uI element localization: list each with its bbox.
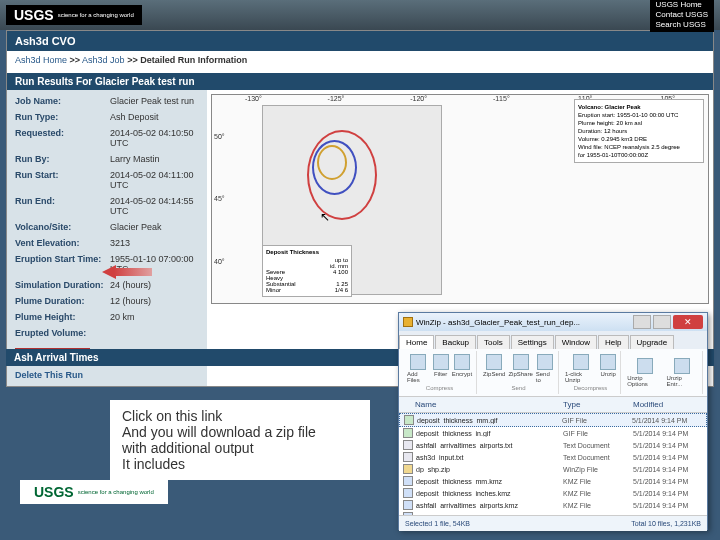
callout-arrow: [102, 265, 152, 279]
maximize-button[interactable]: [653, 315, 671, 329]
file-icon: [403, 488, 413, 498]
status-total: Total 10 files, 1,231KB: [631, 520, 701, 527]
winzip-titlebar[interactable]: WinZip - ash3d_Glacier_Peak_test_run_dep…: [399, 313, 707, 331]
tool-encrypt[interactable]: Encrypt: [452, 354, 472, 383]
link-search-usgs[interactable]: Search USGS: [656, 20, 708, 30]
detail-row: Vent Elevation:3213: [15, 238, 199, 248]
usgs-footer-logo: USGS science for a changing world: [20, 480, 168, 504]
file-icon: [403, 500, 413, 510]
map-legend: Deposit Thickness up to id. mm Severe4 1…: [262, 245, 352, 297]
detail-row: Run Type:Ash Deposit: [15, 112, 199, 122]
file-icon: [403, 452, 413, 462]
col-modified[interactable]: Modified: [633, 400, 703, 409]
tool-unzip-entr-[interactable]: Unzip Entr...: [666, 358, 698, 387]
app-header: USGS science for a changing world USGS H…: [0, 0, 720, 30]
tool-zipshare[interactable]: ZipShare: [508, 354, 532, 383]
close-button[interactable]: ✕: [673, 315, 703, 329]
detail-row: Volcano/Site:Glacier Peak: [15, 222, 199, 232]
winzip-toolbar: Add FilesFilterEncrypt Compress ZipSendZ…: [399, 349, 707, 397]
tab-home[interactable]: Home: [399, 335, 434, 349]
contour-substantial: [317, 145, 347, 180]
file-row[interactable]: deposit_thickness_in.gifGIF File5/1/2014…: [399, 427, 707, 439]
tab-upgrade[interactable]: Upgrade: [630, 335, 675, 349]
tab-window[interactable]: Window: [555, 335, 597, 349]
detail-row: Run Start:2014-05-02 04:11:00 UTC: [15, 170, 199, 190]
detail-row: Plume Duration:12 (hours): [15, 296, 199, 306]
map-lat-axis: 50°45°40°: [214, 105, 225, 293]
header-links: USGS Home Contact USGS Search USGS: [650, 0, 714, 32]
tab-tools[interactable]: Tools: [477, 335, 510, 349]
tool--click-unzip[interactable]: 1-click Unzip: [565, 354, 597, 383]
winzip-statusbar: Selected 1 file, 54KB Total 10 files, 1,…: [399, 515, 707, 531]
file-icon: [404, 415, 414, 425]
deposit-map[interactable]: -130°-125°-120°-115°-110°-105° 50°45°40°…: [211, 94, 709, 304]
file-row[interactable]: ash_arrivaltimes_airports.kmzKMZ File5/1…: [399, 511, 707, 515]
tool-send-to[interactable]: Send to: [536, 354, 554, 383]
link-contact-usgs[interactable]: Contact USGS: [656, 10, 708, 20]
col-type[interactable]: Type: [563, 400, 633, 409]
tool-unzip-options[interactable]: Unzip Options: [627, 358, 663, 387]
winzip-columns[interactable]: Name Type Modified: [399, 397, 707, 413]
file-icon: [403, 440, 413, 450]
winzip-window[interactable]: WinZip - ash3d_Glacier_Peak_test_run_dep…: [398, 312, 708, 530]
winzip-file-list[interactable]: deposit_thickness_mm.gifGIF File5/1/2014…: [399, 413, 707, 515]
detail-row: Simulation Duration:24 (hours): [15, 280, 199, 290]
crumb-job[interactable]: Ash3d Job: [82, 55, 125, 65]
detail-row: Job Name:Glacier Peak test run: [15, 96, 199, 106]
map-info-box: Volcano: Glacier Peak Eruption start: 19…: [574, 99, 704, 163]
link-usgs-home[interactable]: USGS Home: [656, 0, 708, 10]
page-title: Ash3d CVO: [7, 31, 713, 51]
tab-settings[interactable]: Settings: [511, 335, 554, 349]
crumb-current: Detailed Run Information: [140, 55, 247, 65]
winzip-icon: [403, 317, 413, 327]
file-row[interactable]: ash3d_input.txtText Document5/1/2014 9:1…: [399, 451, 707, 463]
file-icon: [403, 512, 413, 515]
usgs-logo: USGS science for a changing world: [6, 5, 142, 25]
status-selected: Selected 1 file, 54KB: [405, 520, 470, 527]
winzip-title-text: WinZip - ash3d_Glacier_Peak_test_run_dep…: [416, 318, 580, 327]
file-icon: [403, 476, 413, 486]
delete-run-link[interactable]: Delete This Run: [15, 370, 199, 380]
detail-row: Run By:Larry Mastin: [15, 154, 199, 164]
minimize-button[interactable]: [633, 315, 651, 329]
file-row[interactable]: deposit_thickness_mm.kmzKMZ File5/1/2014…: [399, 475, 707, 487]
logo-subtext: science for a changing world: [58, 12, 134, 18]
crumb-home[interactable]: Ash3d Home: [15, 55, 67, 65]
instruction-callout: Click on this link And you will download…: [110, 400, 370, 480]
detail-row: Requested:2014-05-02 04:10:50 UTC: [15, 128, 199, 148]
col-name[interactable]: Name: [415, 400, 563, 409]
tab-backup[interactable]: Backup: [435, 335, 476, 349]
tool-add-files[interactable]: Add Files: [407, 354, 430, 383]
breadcrumb: Ash3d Home >> Ash3d Job >> Detailed Run …: [7, 51, 713, 69]
section-header: Run Results For Glacier Peak test run: [7, 73, 713, 90]
file-row[interactable]: dp_shp.zipWinZip File5/1/2014 9:14 PM: [399, 463, 707, 475]
details-panel: Job Name:Glacier Peak test runRun Type:A…: [7, 90, 207, 386]
file-icon: [403, 464, 413, 474]
file-row[interactable]: ashfall_arrivaltimes_airports.txtText Do…: [399, 439, 707, 451]
tool-unzip[interactable]: Unzip: [600, 354, 616, 383]
tool-filter[interactable]: Filter: [433, 354, 449, 383]
detail-row: Erupted Volume:: [15, 328, 199, 338]
file-icon: [403, 428, 413, 438]
detail-row: Plume Height:20 km: [15, 312, 199, 322]
file-row[interactable]: ashfall_arrivaltimes_airports.kmzKMZ Fil…: [399, 499, 707, 511]
winzip-ribbon-tabs: HomeBackupToolsSettingsWindowHelpUpgrade: [399, 331, 707, 349]
tool-zipsend[interactable]: ZipSend: [483, 354, 505, 383]
file-row[interactable]: deposit_thickness_inches.kmzKMZ File5/1/…: [399, 487, 707, 499]
logo-text: USGS: [14, 7, 54, 23]
cursor-icon: ↖: [320, 210, 330, 224]
tab-help[interactable]: Help: [598, 335, 628, 349]
detail-row: Run End:2014-05-02 04:14:55 UTC: [15, 196, 199, 216]
file-row[interactable]: deposit_thickness_mm.gifGIF File5/1/2014…: [399, 413, 707, 427]
